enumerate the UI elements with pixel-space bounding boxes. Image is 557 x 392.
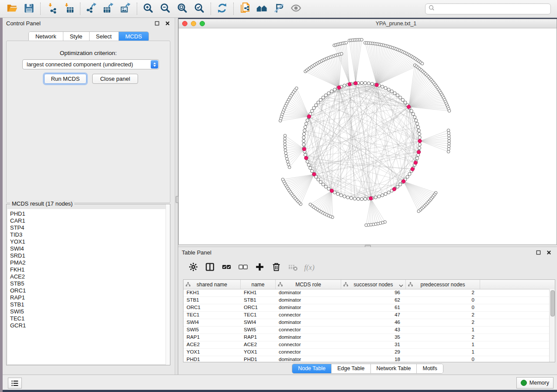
- node-table: shared namenameMCDS rolesuccessor nodesp…: [183, 279, 555, 362]
- run-mcds-button[interactable]: Run MCDS: [44, 74, 86, 84]
- table-row[interactable]: RAP1RAP1dominator352: [183, 334, 555, 341]
- cell-name: RAP1: [241, 334, 276, 341]
- table-row[interactable]: FKH1FKH1dominator962: [183, 289, 555, 297]
- mcds-result-item[interactable]: PMA2: [7, 259, 169, 266]
- network-column-icon: [186, 282, 190, 288]
- show-eye-button[interactable]: [287, 1, 304, 17]
- refresh-button[interactable]: [214, 1, 231, 17]
- select-all-columns-button[interactable]: [221, 262, 232, 273]
- table-header: shared namenameMCDS rolesuccessor nodesp…: [183, 280, 555, 289]
- mcds-result-item[interactable]: STB1: [7, 301, 169, 308]
- search-input[interactable]: [436, 4, 550, 14]
- tab-node-table[interactable]: Node Table: [292, 364, 332, 373]
- zoom-in-button[interactable]: [140, 1, 157, 17]
- tab-network-table[interactable]: Network Table: [371, 364, 417, 373]
- mcds-result-item[interactable]: GCR1: [7, 322, 169, 329]
- zoom-selected-button[interactable]: [191, 1, 208, 17]
- export-table-button[interactable]: [100, 1, 117, 17]
- criterion-select[interactable]: largest connected component (undirected): [22, 59, 159, 69]
- mcds-result-item[interactable]: TID3: [7, 231, 169, 238]
- cell-successor-nodes: 47: [341, 312, 406, 319]
- mcds-result-item[interactable]: RAP1: [7, 294, 169, 301]
- open-file-button[interactable]: [3, 1, 21, 17]
- mcds-result-item[interactable]: SWI4: [7, 245, 169, 252]
- hide-flag-button[interactable]: [270, 1, 287, 17]
- save-session-button[interactable]: [21, 1, 38, 17]
- table-row[interactable]: PHD1PHD1dominator180: [183, 356, 555, 362]
- zoom-fit-button[interactable]: [174, 1, 191, 17]
- mcds-list-scrollbar[interactable]: [166, 204, 170, 365]
- export-image-button[interactable]: [117, 1, 134, 17]
- network-window-titlebar[interactable]: YPA_prune.txt_1: [179, 19, 557, 28]
- cell-successor-nodes: 35: [341, 334, 406, 341]
- table-row[interactable]: SWI5SWI5connector431: [183, 327, 555, 334]
- export-table-icon: [103, 2, 114, 15]
- table-row[interactable]: ACE2ACE2connector311: [183, 341, 555, 349]
- column-header-predecessor-nodes[interactable]: predecessor nodes: [406, 280, 480, 289]
- memory-button[interactable]: Memory: [516, 377, 554, 389]
- close-panel-icon[interactable]: [163, 20, 171, 27]
- column-label: predecessor nodes: [420, 282, 465, 288]
- tab-motifs[interactable]: Motifs: [417, 364, 443, 373]
- tab-style[interactable]: Style: [63, 32, 90, 41]
- mcds-result-title: MCDS result (17 nodes): [10, 200, 74, 207]
- table-settings-button[interactable]: [188, 262, 198, 273]
- close-panel-button[interactable]: Close panel: [92, 74, 138, 84]
- table-row[interactable]: ORC1ORC1dominator610: [183, 304, 555, 312]
- mcds-result-item[interactable]: SRD1: [7, 252, 169, 259]
- vertical-splitter[interactable]: [175, 18, 178, 375]
- table-toolbar: f(x): [178, 258, 557, 277]
- mcds-result-item[interactable]: TEC1: [7, 315, 169, 322]
- tab-mcds[interactable]: MCDS: [119, 32, 149, 41]
- table-row[interactable]: TEC1TEC1connector472: [183, 312, 555, 319]
- zoom-out-button[interactable]: [157, 1, 174, 17]
- delete-column-button[interactable]: [271, 262, 281, 273]
- cell-name: STB1: [241, 297, 276, 304]
- tab-select[interactable]: Select: [90, 32, 119, 41]
- network-canvas[interactable]: [179, 28, 557, 244]
- table-scrollbar[interactable]: [549, 289, 555, 362]
- column-header-shared-name[interactable]: shared name: [183, 280, 241, 289]
- export-network-button[interactable]: [83, 1, 100, 17]
- mcds-result-item[interactable]: PHD1: [7, 210, 169, 217]
- table-row[interactable]: SWI4SWI4dominator462: [183, 319, 555, 327]
- mcds-result-item[interactable]: YOX1: [7, 238, 169, 245]
- mcds-result-item[interactable]: ACE2: [7, 273, 169, 280]
- mcds-result-item[interactable]: FKH1: [7, 266, 169, 273]
- cell-shared-name: YOX1: [183, 349, 241, 356]
- deselect-all-columns-button[interactable]: [238, 262, 248, 273]
- mcds-result-item[interactable]: SWI5: [7, 308, 169, 315]
- import-table-button[interactable]: [60, 1, 77, 17]
- toggle-columns-button[interactable]: [204, 262, 215, 273]
- zoom-in-icon: [142, 2, 154, 15]
- cell-predecessor-nodes: 2: [406, 334, 480, 341]
- memory-status-icon: [521, 380, 527, 386]
- table-row[interactable]: YOX1YOX1connector291: [183, 349, 555, 356]
- mcds-result-item[interactable]: STP4: [7, 224, 169, 231]
- first-neighbors-button[interactable]: [253, 1, 270, 17]
- column-header-mcds-role[interactable]: MCDS role: [276, 280, 341, 289]
- add-column-button[interactable]: [254, 262, 265, 273]
- delete-column-icon: [271, 262, 281, 274]
- mcds-result-item[interactable]: ORC1: [7, 287, 169, 294]
- mcds-result-item[interactable]: CAR1: [7, 217, 169, 224]
- float-table-panel-icon[interactable]: [534, 249, 542, 256]
- import-network-button[interactable]: [43, 1, 60, 17]
- search-box[interactable]: [425, 3, 551, 14]
- mcds-result-item[interactable]: STB5: [7, 280, 169, 287]
- delete-table-icon: [288, 262, 298, 274]
- tab-edge-table[interactable]: Edge Table: [332, 364, 370, 373]
- table-scrollbar-thumb[interactable]: [550, 290, 555, 316]
- import-network-icon: [46, 2, 58, 15]
- column-header-successor-nodes[interactable]: successor nodes: [341, 280, 406, 289]
- share-network-document-button[interactable]: [236, 1, 253, 17]
- table-row[interactable]: STB1STB1dominator620: [183, 297, 555, 304]
- float-panel-icon[interactable]: [153, 20, 161, 27]
- criterion-value: largest connected component (undirected): [23, 61, 151, 68]
- column-header-name[interactable]: name: [241, 280, 276, 289]
- cell-name: TEC1: [241, 312, 276, 319]
- close-table-panel-icon[interactable]: [545, 249, 553, 256]
- save-session-icon: [23, 2, 35, 15]
- tab-network[interactable]: Network: [29, 32, 63, 41]
- task-list-button[interactable]: [8, 378, 22, 389]
